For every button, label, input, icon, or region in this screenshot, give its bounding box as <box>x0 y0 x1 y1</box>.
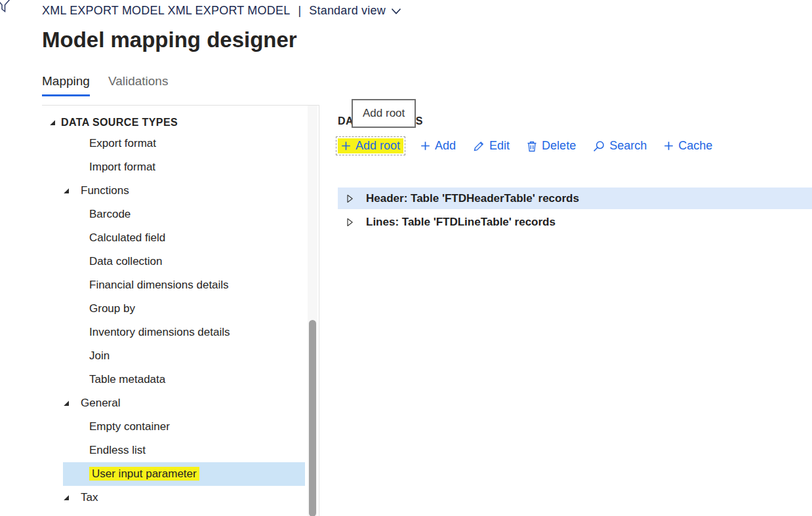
page-title: Model mapping designer <box>42 28 297 52</box>
expand-chevron-icon[interactable] <box>346 218 354 227</box>
cache-button[interactable]: Cache <box>664 139 712 153</box>
toolbar-button-label: Delete <box>542 139 576 153</box>
tree-item-label: Join <box>89 349 110 363</box>
data-source-types-panel: DATA SOURCE TYPESExport formatImport for… <box>42 105 319 516</box>
filter-funnel-icon <box>0 0 12 17</box>
tree-item-label: DATA SOURCE TYPES <box>61 117 178 129</box>
tree-item-label: User input parameter <box>89 467 199 481</box>
tree-item-endless-list[interactable]: Endless list <box>42 439 319 462</box>
tree-item-user-input-parameter[interactable]: User input parameter <box>42 462 319 486</box>
tree-item-import-format[interactable]: Import format <box>42 155 319 179</box>
tree-item-functions[interactable]: Functions <box>42 179 319 203</box>
tree-item-table-metadata[interactable]: Table metadata <box>42 368 319 391</box>
vertical-scrollbar[interactable] <box>308 106 317 516</box>
plus-icon <box>420 141 430 151</box>
search-button[interactable]: Search <box>593 139 647 153</box>
tree-item-calculated-field[interactable]: Calculated field <box>42 226 319 250</box>
data-source-row-label: Lines: Table 'FTDLineTable' records <box>366 216 556 229</box>
search-icon <box>593 140 605 152</box>
yellow-highlight: User input parameter <box>89 467 199 481</box>
tab-bar: Mapping Validations <box>42 74 168 96</box>
tree-item-label: Endless list <box>89 444 146 457</box>
add-root-tooltip: Add root <box>352 99 416 128</box>
toolbar-button-label: Cache <box>678 139 712 153</box>
tree-item-label: Functions <box>81 184 129 197</box>
toolbar-button-label: Search <box>609 139 647 153</box>
tree-item-data-collection[interactable]: Data collection <box>42 250 319 273</box>
tree-item-label: Inventory dimensions details <box>89 326 230 339</box>
scrollbar-thumb[interactable] <box>309 320 316 516</box>
tab-validations[interactable]: Validations <box>108 74 169 96</box>
data-sources-tree: Header: Table 'FTDHeaderTable' recordsLi… <box>338 188 812 235</box>
toolbar-button-label: Add <box>435 139 456 153</box>
tree-item-general[interactable]: General <box>42 391 319 415</box>
tree-item-label: Financial dimensions details <box>89 279 229 292</box>
data-source-row-lines[interactable]: Lines: Table 'FTDLineTable' records <box>338 211 812 233</box>
pencil-icon <box>473 140 485 152</box>
expand-triangle-icon[interactable] <box>49 119 56 126</box>
tree-item-barcode[interactable]: Barcode <box>42 203 319 226</box>
tree-item-label: General <box>81 397 120 410</box>
edit-button[interactable]: Edit <box>473 139 510 153</box>
data-source-type-tree: DATA SOURCE TYPESExport formatImport for… <box>42 113 319 509</box>
tree-item-empty-container[interactable]: Empty container <box>42 415 319 439</box>
data-sources-toolbar: Add rootAddEditDeleteSearchCache <box>338 138 712 153</box>
expand-triangle-icon[interactable] <box>63 494 70 501</box>
tree-item-group-by[interactable]: Group by <box>42 297 319 321</box>
toolbar-button-label: Add root <box>355 139 400 153</box>
tree-item-label: Data collection <box>89 255 163 268</box>
tree-item-data-source-types[interactable]: DATA SOURCE TYPES <box>42 113 319 132</box>
trash-icon <box>527 140 537 152</box>
tree-item-label: Calculated field <box>89 231 165 245</box>
tree-item-tax[interactable]: Tax <box>42 486 319 509</box>
toolbar-button-label: Edit <box>489 139 510 153</box>
tab-mapping[interactable]: Mapping <box>42 74 90 96</box>
data-sources-panel: DATA SOURCES Add root Add rootAddEditDel… <box>338 0 812 516</box>
tree-item-join[interactable]: Join <box>42 344 319 368</box>
tree-item-label: Tax <box>81 491 98 504</box>
plus-icon <box>341 141 351 151</box>
tree-item-label: Group by <box>89 302 135 315</box>
tree-item-label: Table metadata <box>89 373 165 386</box>
breadcrumb-separator: | <box>298 4 301 18</box>
tree-item-export-format[interactable]: Export format <box>42 132 319 155</box>
tree-item-label: Barcode <box>89 208 131 221</box>
tree-item-financial-dimensions-details[interactable]: Financial dimensions details <box>42 273 319 297</box>
expand-chevron-icon[interactable] <box>346 194 354 203</box>
tree-item-label: Export format <box>89 137 156 150</box>
add-root-button[interactable]: Add root <box>338 138 403 153</box>
expand-triangle-icon[interactable] <box>63 188 70 194</box>
plus-icon <box>664 141 674 151</box>
delete-button[interactable]: Delete <box>527 139 576 153</box>
tree-item-inventory-dimensions-details[interactable]: Inventory dimensions details <box>42 321 319 344</box>
add-button[interactable]: Add <box>420 139 456 153</box>
expand-triangle-icon[interactable] <box>63 400 70 407</box>
data-source-row-header[interactable]: Header: Table 'FTDHeaderTable' records <box>338 188 812 209</box>
data-source-row-label: Header: Table 'FTDHeaderTable' records <box>366 192 579 205</box>
breadcrumb-path[interactable]: XML EXPORT MODEL XML EXPORT MODEL <box>42 4 290 18</box>
tree-item-label: Empty container <box>89 420 170 433</box>
tree-item-label: Import format <box>89 161 155 174</box>
